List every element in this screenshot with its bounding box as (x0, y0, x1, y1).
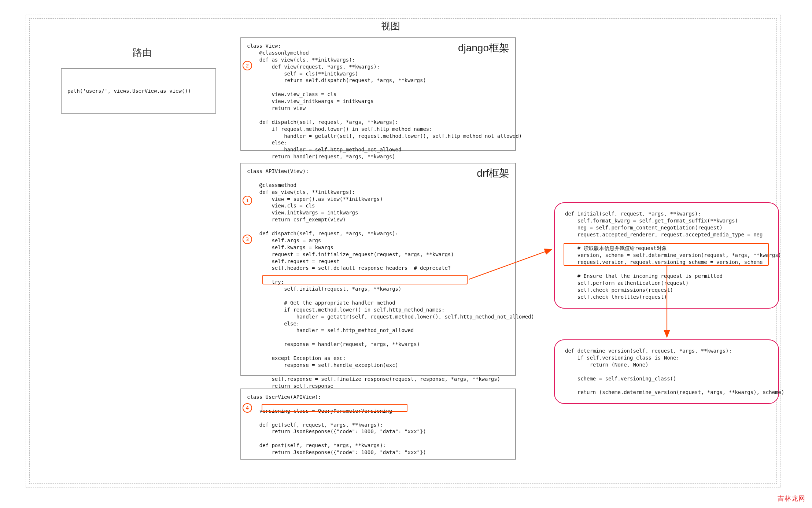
circle-4: 4 (243, 403, 252, 413)
userview-code: class UserView(APIView): versioning_clas… (247, 394, 509, 456)
django-panel: django框架 class View: @classonlymethod de… (240, 37, 516, 151)
circle-3: 3 (243, 235, 252, 244)
circle-2: 2 (243, 61, 252, 70)
title-route: 路由 (133, 46, 152, 59)
drf-panel: drf框架 class APIView(View): @classmethod … (240, 163, 516, 376)
watermark: 吉林龙网 (778, 494, 805, 503)
title-view: 视图 (381, 20, 400, 33)
initial-code: def initial(self, request, *args, **kwar… (565, 210, 768, 301)
determine-code: def determine_version(self, request, *ar… (565, 347, 768, 396)
circle-1: 1 (243, 196, 252, 205)
django-code: class View: @classonlymethod def as_view… (247, 43, 509, 160)
django-label: django框架 (458, 41, 509, 55)
drf-code: class APIView(View): @classmethod def as… (247, 168, 509, 390)
userview-panel: class UserView(APIView): versioning_clas… (240, 389, 516, 460)
initial-callout: def initial(self, request, *args, **kwar… (554, 202, 779, 309)
determine-callout: def determine_version(self, request, *ar… (554, 339, 779, 404)
route-panel: path('users/', views.UserView.as_view()) (61, 68, 216, 114)
route-code: path('users/', views.UserView.as_view()) (67, 88, 191, 95)
drf-label: drf框架 (477, 166, 509, 180)
